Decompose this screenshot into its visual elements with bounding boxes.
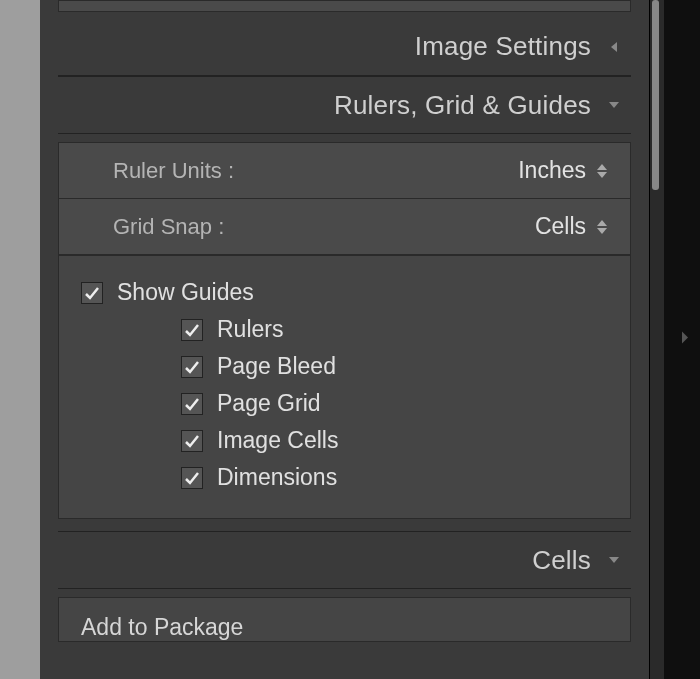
- svg-marker-0: [611, 42, 617, 52]
- svg-marker-6: [609, 557, 619, 563]
- show-guides-label: Show Guides: [117, 279, 254, 306]
- chevron-down-icon: [605, 96, 623, 114]
- right-panel: Image Settings Rulers, Grid & Guides Rul…: [40, 0, 650, 679]
- ruler-units-label: Ruler Units :: [113, 158, 234, 184]
- section-header-image-settings[interactable]: Image Settings: [58, 18, 631, 76]
- page-bleed-row[interactable]: Page Bleed: [81, 348, 608, 385]
- grid-snap-row: Grid Snap : Cells: [59, 199, 630, 255]
- section-header-cells[interactable]: Cells: [58, 531, 631, 589]
- checkbox-dimensions[interactable]: [181, 467, 203, 489]
- cells-body: Add to Package: [58, 597, 631, 642]
- updown-icon: [596, 164, 608, 178]
- svg-marker-1: [609, 102, 619, 108]
- guides-checkboxes: Show Guides Rulers Page Bleed: [59, 255, 630, 518]
- panel-strip: [58, 0, 631, 12]
- page-bleed-label: Page Bleed: [217, 353, 336, 380]
- ruler-units-value: Inches: [518, 157, 586, 184]
- checkbox-image-cells[interactable]: [181, 430, 203, 452]
- section-header-rulers-grid-guides[interactable]: Rulers, Grid & Guides: [58, 76, 631, 134]
- svg-marker-5: [597, 228, 607, 234]
- svg-marker-2: [597, 164, 607, 170]
- rulers-row[interactable]: Rulers: [81, 311, 608, 348]
- app-frame: Image Settings Rulers, Grid & Guides Rul…: [40, 0, 700, 679]
- section-title: Image Settings: [415, 31, 591, 62]
- ruler-units-row: Ruler Units : Inches: [59, 143, 630, 199]
- rulers-grid-guides-body: Ruler Units : Inches Grid Snap : Cells: [58, 142, 631, 519]
- image-cells-label: Image Cells: [217, 427, 338, 454]
- section-title: Cells: [532, 545, 591, 576]
- dimensions-row[interactable]: Dimensions: [81, 459, 608, 496]
- updown-icon: [596, 220, 608, 234]
- checkbox-page-grid[interactable]: [181, 393, 203, 415]
- add-to-package-label: Add to Package: [81, 614, 608, 641]
- page-grid-label: Page Grid: [217, 390, 321, 417]
- chevron-down-icon: [605, 551, 623, 569]
- panel-expand-icon[interactable]: [680, 329, 690, 350]
- grid-snap-dropdown[interactable]: Cells: [535, 213, 608, 240]
- scrollbar-vertical[interactable]: [650, 0, 664, 679]
- checkbox-page-bleed[interactable]: [181, 356, 203, 378]
- ruler-units-dropdown[interactable]: Inches: [518, 157, 608, 184]
- dimensions-label: Dimensions: [217, 464, 337, 491]
- checkbox-show-guides[interactable]: [81, 282, 103, 304]
- section-title: Rulers, Grid & Guides: [334, 90, 591, 121]
- grid-snap-value: Cells: [535, 213, 586, 240]
- svg-marker-7: [682, 331, 688, 343]
- show-guides-row[interactable]: Show Guides: [81, 274, 608, 311]
- chevron-left-icon: [605, 38, 623, 56]
- svg-marker-3: [597, 172, 607, 178]
- grid-snap-label: Grid Snap :: [113, 214, 224, 240]
- page-grid-row[interactable]: Page Grid: [81, 385, 608, 422]
- svg-marker-4: [597, 220, 607, 226]
- image-cells-row[interactable]: Image Cells: [81, 422, 608, 459]
- checkbox-rulers[interactable]: [181, 319, 203, 341]
- scrollbar-thumb[interactable]: [652, 0, 659, 190]
- rulers-label: Rulers: [217, 316, 283, 343]
